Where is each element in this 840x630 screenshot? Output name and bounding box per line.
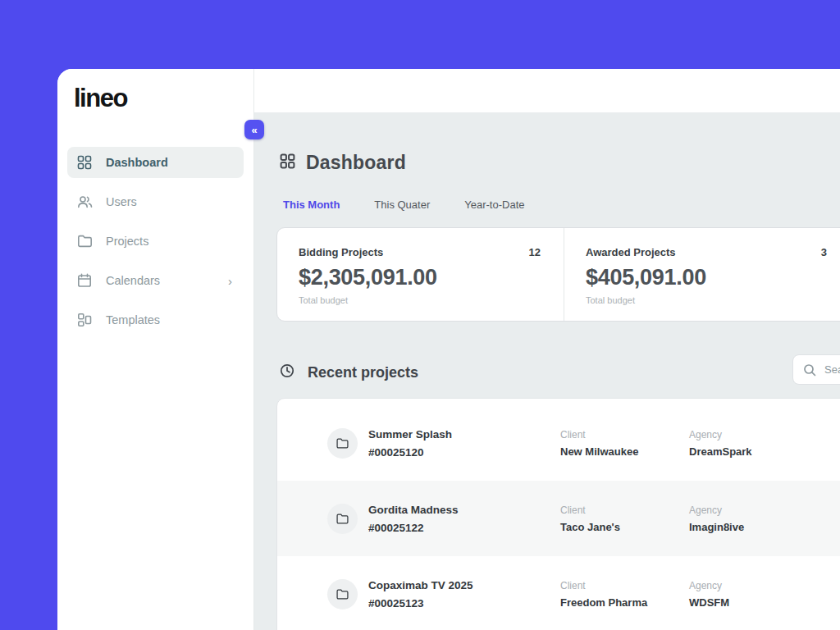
dashboard-grid-icon <box>280 153 295 172</box>
sidebar-item-label: Dashboard <box>106 156 168 169</box>
search-input[interactable] <box>824 363 840 376</box>
project-name: Copaximab TV 2025 <box>368 579 473 591</box>
sidebar-item-users[interactable]: Users <box>67 186 244 217</box>
table-row[interactable]: Copaximab TV 2025 #00025123 Client Freed… <box>277 556 840 630</box>
agency-value: DreamSpark <box>689 445 752 458</box>
logo: lineo <box>74 84 127 113</box>
tab-this-quarter[interactable]: This Quater <box>374 199 430 211</box>
project-name-cell: Gordita Madness #00025122 <box>368 504 459 534</box>
sidebar-item-calendars[interactable]: Calendars › <box>67 265 244 296</box>
projects-table: Summer Splash #00025120 Client New Milwa… <box>276 398 840 630</box>
stat-label: Awarded Projects <box>586 246 676 258</box>
stat-caption: Total budget <box>299 295 541 305</box>
sidebar-item-dashboard[interactable]: Dashboard <box>67 147 244 178</box>
period-tabs: This Month This Quater Year-to-Date <box>283 199 524 211</box>
sidebar: lineo Dashboard Users Projects <box>57 69 254 630</box>
folder-icon <box>76 233 93 249</box>
calendar-icon <box>76 272 93 289</box>
clock-icon <box>280 363 294 381</box>
agency-value: WDSFM <box>689 596 729 609</box>
stat-bidding-projects: Bidding Projects 12 $2,305,091.00 Total … <box>277 228 564 321</box>
project-name-cell: Summer Splash #00025120 <box>368 428 452 459</box>
client-label: Client <box>560 429 638 441</box>
tab-year-to-date[interactable]: Year-to-Date <box>464 199 524 211</box>
stat-caption: Total budget <box>586 295 827 305</box>
users-icon <box>76 194 93 210</box>
agency-cell: Agency Imagin8ive <box>689 504 744 533</box>
agency-cell: Agency WDSFM <box>689 580 729 609</box>
templates-icon <box>76 312 93 328</box>
dashboard-grid-icon <box>76 154 93 171</box>
tab-this-month[interactable]: This Month <box>283 199 340 211</box>
folder-icon <box>336 588 349 600</box>
sidebar-item-label: Calendars <box>106 274 160 287</box>
chevron-right-icon: › <box>228 274 232 288</box>
agency-cell: Agency DreamSpark <box>689 429 752 458</box>
client-cell: Client Taco Jane's <box>560 504 620 533</box>
sidebar-collapse-button[interactable]: « <box>244 120 264 139</box>
sidebar-item-label: Projects <box>106 235 148 248</box>
stat-label: Bidding Projects <box>299 246 383 258</box>
app-window: lineo Dashboard Users Projects <box>57 69 840 630</box>
project-id: #00025123 <box>368 597 473 609</box>
project-name-cell: Copaximab TV 2025 #00025123 <box>368 579 473 609</box>
page-title-row: Dashboard <box>280 152 406 174</box>
stat-awarded-projects: Awarded Projects 3 $405,091.00 Total bud… <box>564 228 840 321</box>
sidebar-item-projects[interactable]: Projects <box>67 226 244 257</box>
stat-amount: $405,091.00 <box>586 265 827 290</box>
page-title: Dashboard <box>306 152 406 174</box>
recent-projects-header: Recent projects <box>280 363 418 381</box>
stat-count: 12 <box>529 246 541 258</box>
folder-icon <box>336 437 349 450</box>
recent-projects-title: Recent projects <box>308 364 418 381</box>
stats-card: Bidding Projects 12 $2,305,091.00 Total … <box>276 227 840 322</box>
avatar <box>327 504 358 534</box>
avatar <box>327 579 358 609</box>
agency-label: Agency <box>689 580 729 591</box>
client-value: New Milwaukee <box>560 445 638 458</box>
main-content: Dashboard This Month This Quater Year-to… <box>254 112 840 630</box>
agency-label: Agency <box>689 504 744 516</box>
project-id: #00025122 <box>368 522 459 534</box>
stat-amount: $2,305,091.00 <box>299 265 541 290</box>
client-cell: Client Freedom Pharma <box>560 580 647 609</box>
client-cell: Client New Milwaukee <box>560 429 638 458</box>
stat-count: 3 <box>821 246 827 258</box>
sidebar-nav: Dashboard Users Projects Calendars › <box>57 147 253 344</box>
topbar <box>254 69 840 112</box>
table-row[interactable]: Summer Splash #00025120 Client New Milwa… <box>277 405 840 481</box>
folder-icon <box>336 513 349 525</box>
search-box[interactable] <box>792 354 840 385</box>
agency-label: Agency <box>689 429 752 441</box>
client-label: Client <box>560 580 647 591</box>
search-icon <box>803 363 816 377</box>
table-row[interactable]: Gordita Madness #00025122 Client Taco Ja… <box>277 481 840 556</box>
agency-value: Imagin8ive <box>689 521 744 533</box>
sidebar-item-label: Templates <box>106 313 160 326</box>
client-label: Client <box>560 504 620 516</box>
sidebar-item-label: Users <box>106 195 137 208</box>
client-value: Taco Jane's <box>560 521 620 533</box>
project-name: Summer Splash <box>368 428 452 441</box>
project-id: #00025120 <box>368 446 452 459</box>
project-name: Gordita Madness <box>368 504 459 516</box>
sidebar-item-templates[interactable]: Templates <box>67 304 244 336</box>
avatar <box>327 428 358 459</box>
client-value: Freedom Pharma <box>560 596 647 609</box>
